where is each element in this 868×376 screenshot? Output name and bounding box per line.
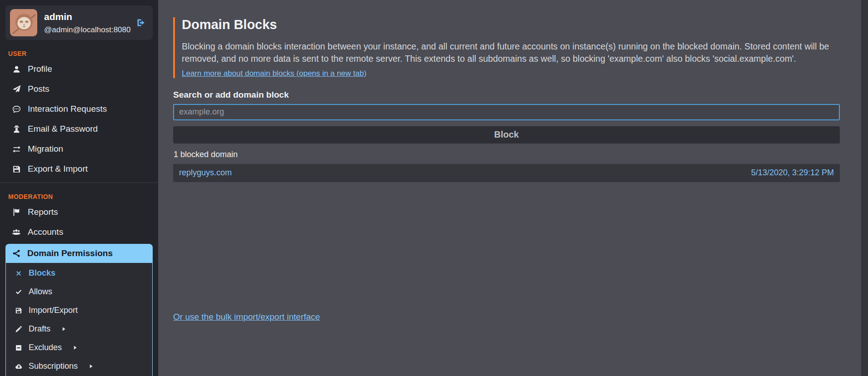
section-label-user: USER xyxy=(8,50,158,57)
sidebar-item-label: Interaction Requests xyxy=(28,104,107,114)
sidebar-item-label: Blocks xyxy=(29,268,55,278)
flag-icon xyxy=(12,208,21,217)
domain-permissions-submenu: Blocks Allows Import/Export Drafts xyxy=(5,263,153,376)
user-icon xyxy=(12,65,21,74)
divider xyxy=(0,183,158,183)
paper-plane-icon xyxy=(12,85,21,94)
caret-right-icon xyxy=(89,364,94,369)
sidebar-item-interaction-requests[interactable]: Interaction Requests xyxy=(0,99,158,119)
exchange-arrows-icon xyxy=(12,145,21,153)
scrollbar[interactable] xyxy=(861,0,868,376)
caret-right-icon xyxy=(61,327,66,331)
bulk-import-export-link[interactable]: Or use the bulk import/export interface xyxy=(173,312,320,322)
sidebar-item-label: Excludes xyxy=(29,343,62,352)
sidebar-item-label: Subscriptions xyxy=(29,361,78,371)
user-handle: @admin@localhost:8080 xyxy=(44,25,130,35)
sign-out-button[interactable] xyxy=(136,18,145,27)
check-icon xyxy=(15,288,23,296)
sidebar-item-export-import[interactable]: Export & Import xyxy=(0,159,158,179)
section-label-moderation: MODERATION xyxy=(8,193,158,200)
blocked-count: 1 blocked domain xyxy=(174,150,840,159)
sidebar-item-excludes[interactable]: Excludes xyxy=(6,338,152,357)
page-title: Domain Blocks xyxy=(182,17,840,32)
sidebar-item-blocks[interactable]: Blocks xyxy=(6,264,152,282)
heading-block: Domain Blocks Blocking a domain blocks i… xyxy=(173,17,840,78)
blocked-domain-row[interactable]: replyguys.com 5/13/2020, 3:29:12 PM xyxy=(173,164,840,182)
avatar xyxy=(10,9,37,36)
sidebar-item-label: Drafts xyxy=(29,324,50,334)
sidebar-item-subscriptions[interactable]: Subscriptions xyxy=(6,357,152,376)
users-icon xyxy=(12,228,21,237)
sidebar-item-label: Accounts xyxy=(28,227,63,237)
floppy-disk-icon xyxy=(15,307,23,314)
sidebar-item-domain-permissions[interactable]: Domain Permissions xyxy=(5,244,153,263)
sidebar-item-label: Migration xyxy=(28,144,63,154)
sidebar-item-drafts[interactable]: Drafts xyxy=(6,320,152,338)
sidebar-item-label: Export & Import xyxy=(28,164,88,174)
main-content: Domain Blocks Blocking a domain blocks i… xyxy=(158,0,868,376)
domain-search-input[interactable] xyxy=(173,104,840,120)
sidebar-item-allows[interactable]: Allows xyxy=(6,282,152,301)
learn-more-link[interactable]: Learn more about domain blocks (opens in… xyxy=(182,69,366,78)
sidebar-item-label: Reports xyxy=(28,207,58,217)
share-nodes-icon xyxy=(12,249,21,257)
sidebar-item-migration[interactable]: Migration xyxy=(0,139,158,159)
page-description: Blocking a domain blocks interaction bet… xyxy=(182,40,840,65)
sidebar-item-label: Import/Export xyxy=(29,306,78,315)
user-secret-icon xyxy=(12,125,21,134)
minus-square-icon xyxy=(15,344,23,351)
pencil-icon xyxy=(15,326,23,333)
sidebar-item-label: Posts xyxy=(28,84,50,94)
floppy-disk-icon xyxy=(12,165,21,173)
user-names: admin @admin@localhost:8080 xyxy=(44,11,130,35)
sidebar-item-email-password[interactable]: Email & Password xyxy=(0,119,158,139)
x-icon xyxy=(15,270,23,277)
user-panel[interactable]: admin @admin@localhost:8080 xyxy=(5,5,153,40)
username: admin xyxy=(44,11,130,22)
sidebar-item-import-export[interactable]: Import/Export xyxy=(6,301,152,320)
block-button[interactable]: Block xyxy=(173,126,840,143)
search-label: Search or add domain block xyxy=(173,90,840,100)
sidebar-item-label: Allows xyxy=(29,287,52,297)
sidebar-item-label: Profile xyxy=(28,64,52,74)
sidebar-item-label: Domain Permissions xyxy=(27,248,113,258)
blocked-domain-date: 5/13/2020, 3:29:12 PM xyxy=(751,168,834,178)
sidebar-item-label: Email & Password xyxy=(28,124,98,134)
cloud-download-icon xyxy=(15,363,23,370)
sidebar-item-profile[interactable]: Profile xyxy=(0,59,158,79)
domain-permissions-group: Domain Permissions Blocks Allows Import/ xyxy=(5,244,153,376)
sidebar-item-posts[interactable]: Posts xyxy=(0,79,158,99)
blocked-domain-link[interactable]: replyguys.com xyxy=(179,168,232,178)
sidebar: admin @admin@localhost:8080 USER Profile… xyxy=(0,0,158,376)
caret-right-icon xyxy=(73,345,78,350)
sidebar-item-reports[interactable]: Reports xyxy=(0,202,158,222)
sign-out-icon xyxy=(136,18,145,27)
sidebar-item-accounts[interactable]: Accounts xyxy=(0,222,158,242)
comment-dots-icon xyxy=(12,105,21,114)
